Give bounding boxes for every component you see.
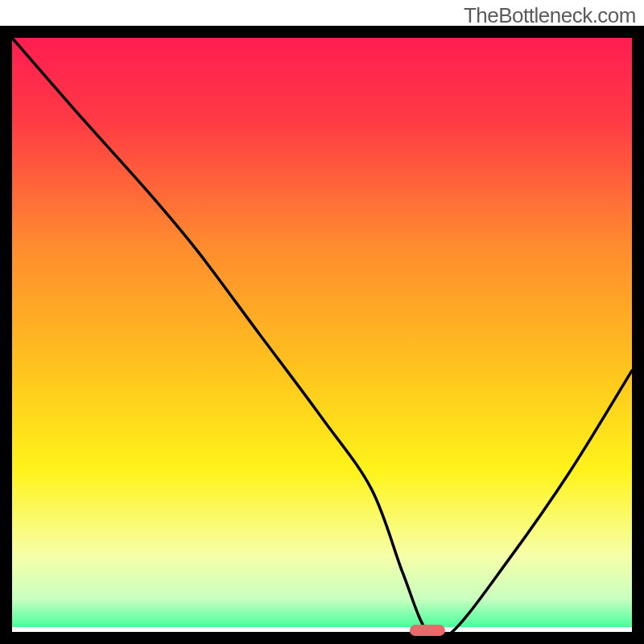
optimal-marker — [410, 625, 445, 636]
bottleneck-chart — [0, 26, 644, 644]
plot-background — [2, 28, 642, 642]
baseline-strip — [12, 627, 632, 632]
chart-frame: TheBottleneck.com — [0, 0, 644, 644]
watermark-text: TheBottleneck.com — [464, 3, 636, 28]
